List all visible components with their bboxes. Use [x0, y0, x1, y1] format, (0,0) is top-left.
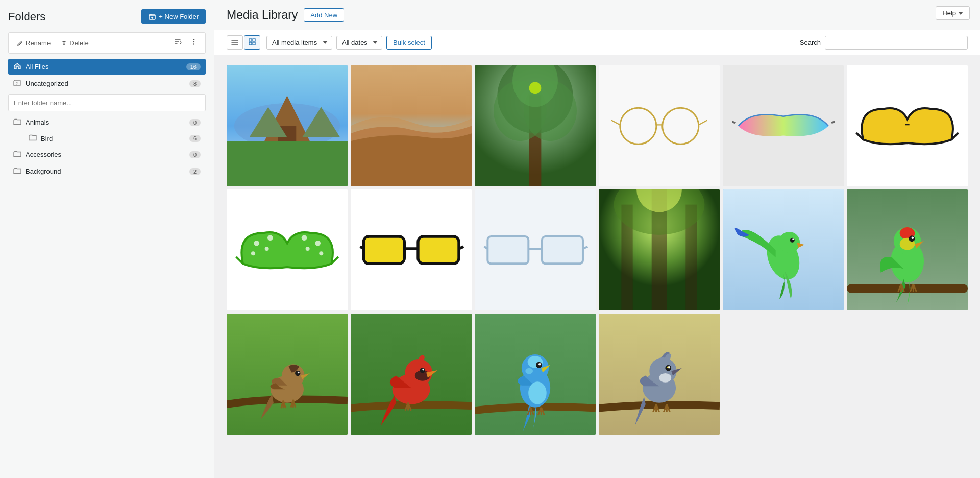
media-grid — [214, 55, 980, 478]
grid-view-icon — [249, 38, 256, 45]
media-thumbnail — [227, 65, 348, 186]
uncategorized-icon: ? — [13, 79, 21, 88]
media-item[interactable] — [351, 65, 472, 186]
media-thumbnail — [351, 314, 472, 435]
media-item[interactable] — [227, 314, 348, 435]
media-thumbnail — [599, 189, 720, 310]
search-label: Search — [800, 39, 821, 46]
svg-line-27 — [611, 120, 620, 125]
svg-point-85 — [538, 363, 541, 365]
media-item[interactable] — [599, 314, 720, 435]
media-item[interactable] — [227, 65, 348, 186]
main-content: Help Media Library Add New — [214, 0, 980, 478]
sort-icon — [174, 38, 182, 46]
folder-item-background[interactable]: Background 2 — [8, 163, 206, 179]
search-input[interactable] — [825, 36, 968, 50]
svg-point-24 — [620, 108, 656, 144]
media-item[interactable] — [599, 65, 720, 186]
media-thumbnail — [723, 65, 844, 186]
new-folder-button[interactable]: + New Folder — [141, 9, 206, 24]
help-button[interactable]: Help — [936, 6, 970, 20]
home-icon — [13, 62, 21, 69]
media-item[interactable] — [351, 314, 472, 435]
accessories-folder-icon — [13, 150, 21, 159]
media-thumbnail — [351, 189, 472, 310]
svg-line-28 — [699, 120, 708, 125]
svg-point-57 — [790, 238, 795, 243]
svg-line-41 — [360, 247, 364, 249]
media-item[interactable] — [475, 189, 596, 310]
sort-button[interactable] — [170, 36, 185, 50]
svg-point-33 — [264, 247, 268, 251]
media-item[interactable] — [475, 65, 596, 186]
page-title: Media Library — [227, 8, 298, 22]
media-thumbnail — [599, 65, 720, 186]
media-item[interactable] — [227, 189, 348, 310]
add-new-button[interactable]: Add New — [304, 8, 344, 22]
svg-rect-5 — [249, 39, 252, 41]
folder-item-accessories[interactable]: Accessories 0 — [8, 147, 206, 162]
folder-item-bird[interactable]: Bird 6 — [8, 131, 206, 146]
media-thumbnail — [847, 65, 968, 186]
new-folder-icon — [149, 13, 156, 20]
svg-rect-39 — [418, 236, 459, 264]
more-options-button[interactable] — [187, 36, 201, 50]
sidebar: Folders + New Folder Rename Delete — [0, 0, 214, 478]
svg-point-3 — [193, 43, 194, 44]
list-view-button[interactable] — [227, 35, 243, 50]
svg-point-76 — [420, 368, 425, 373]
media-type-filter[interactable]: All media items — [266, 36, 332, 50]
svg-point-37 — [319, 251, 323, 255]
folder-item-uncategorized[interactable]: ? Uncategorized 8 — [8, 76, 206, 91]
folder-list: All Files 16 ? Uncategorized 8 Animal — [8, 59, 206, 179]
svg-point-77 — [422, 369, 424, 371]
media-thumbnail — [847, 189, 968, 310]
svg-point-25 — [662, 108, 698, 144]
rename-button[interactable]: Rename — [13, 37, 55, 49]
svg-point-2 — [193, 41, 194, 42]
date-filter[interactable]: All dates — [336, 36, 382, 50]
filter-bar: All media items All dates Bulk select Se… — [214, 30, 980, 55]
svg-point-66 — [912, 237, 914, 239]
svg-rect-38 — [363, 236, 404, 264]
media-item[interactable] — [723, 189, 844, 310]
media-item[interactable] — [599, 189, 720, 310]
main-header: Media Library Add New — [214, 0, 980, 30]
media-item[interactable] — [847, 189, 968, 310]
folder-item-animals[interactable]: Animals 0 — [8, 114, 206, 130]
svg-point-34 — [301, 235, 307, 241]
svg-point-83 — [525, 368, 533, 374]
svg-point-92 — [667, 367, 668, 368]
bulk-select-button[interactable]: Bulk select — [386, 36, 432, 50]
media-thumbnail — [475, 189, 596, 310]
svg-point-56 — [779, 232, 800, 253]
folder-name-input[interactable] — [8, 94, 206, 111]
media-thumbnail — [475, 314, 596, 435]
bird-folder-icon — [29, 134, 37, 142]
media-item[interactable] — [723, 65, 844, 186]
grid-view-button[interactable] — [244, 35, 260, 50]
svg-point-32 — [251, 251, 255, 255]
home-folder-icon — [13, 62, 21, 71]
svg-point-89 — [659, 373, 672, 383]
media-item[interactable] — [847, 65, 968, 186]
svg-point-70 — [295, 371, 300, 376]
more-icon — [190, 38, 198, 46]
folder-toolbar: Rename Delete — [8, 32, 206, 54]
svg-rect-60 — [847, 284, 968, 293]
svg-rect-11 — [227, 141, 348, 186]
folder-item-all-files[interactable]: All Files 16 — [8, 59, 206, 75]
svg-point-58 — [792, 238, 794, 240]
svg-rect-6 — [253, 39, 255, 41]
delete-button[interactable]: Delete — [57, 37, 93, 49]
media-thumbnail — [227, 314, 348, 435]
svg-point-1 — [193, 39, 194, 40]
svg-point-36 — [305, 247, 309, 251]
rename-icon — [17, 40, 23, 46]
svg-text:?: ? — [16, 82, 18, 85]
media-thumbnail — [351, 65, 472, 186]
media-item[interactable] — [351, 189, 472, 310]
chevron-down-icon — [958, 12, 963, 15]
svg-rect-44 — [542, 236, 583, 264]
media-item[interactable] — [475, 314, 596, 435]
